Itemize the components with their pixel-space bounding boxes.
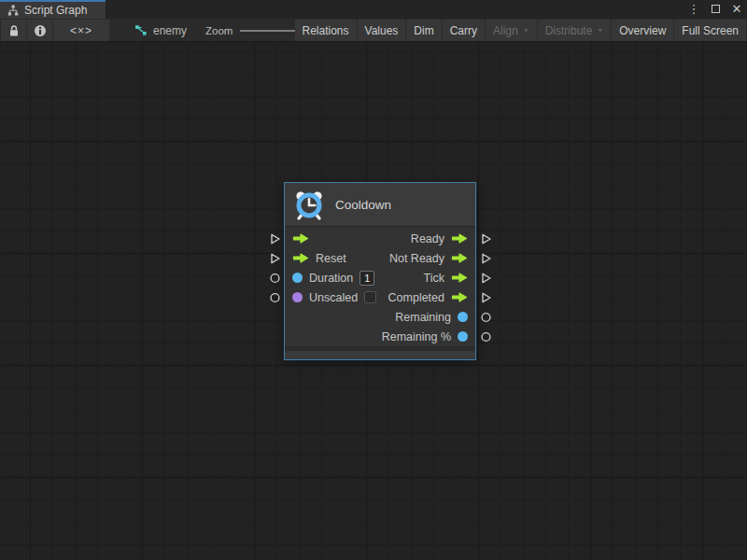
value-input-connector[interactable]: [269, 272, 281, 284]
port-label: Remaining %: [382, 330, 451, 343]
info-button[interactable]: [27, 20, 52, 41]
relations-button[interactable]: Relations: [295, 20, 357, 41]
values-label: Values: [365, 24, 399, 37]
fullscreen-button[interactable]: Full Screen: [674, 20, 746, 41]
flow-output-connector[interactable]: [480, 291, 492, 303]
cooldown-node-header[interactable]: Cooldown: [285, 183, 475, 227]
align-dropdown-button[interactable]: Align▼: [486, 20, 537, 41]
port-label: Duration: [309, 272, 353, 285]
flow-arrow-icon: [451, 233, 468, 244]
distribute-dropdown-button[interactable]: Distribute▼: [538, 20, 612, 41]
breadcrumb-enemy[interactable]: enemy: [129, 20, 192, 41]
breadcrumb-label: enemy: [153, 24, 187, 37]
flow-arrow-icon: [451, 253, 468, 263]
carry-button[interactable]: Carry: [443, 20, 485, 41]
carry-label: Carry: [450, 24, 477, 37]
maximize-box-icon: [712, 5, 720, 13]
flow-input-connector[interactable]: [269, 252, 281, 264]
value-input-connector[interactable]: [269, 291, 281, 303]
flow-arrow-icon: [451, 292, 468, 302]
graph-breadcrumb-icon: [134, 24, 148, 36]
port-tick[interactable]: Tick: [424, 272, 475, 285]
port-label: Not Ready: [389, 252, 444, 265]
window-controls: ⋮ ✕: [687, 0, 743, 19]
port-reset[interactable]: Reset: [285, 252, 346, 265]
flow-output-connector[interactable]: [480, 252, 492, 264]
graph-toolbar: <×> enemy Zoom 1x Relations Values Dim C…: [0, 19, 747, 42]
port-unscaled[interactable]: Unscaled: [285, 291, 376, 304]
value-port-dot-icon: [292, 273, 303, 283]
cooldown-node[interactable]: Cooldown Ready: [284, 182, 476, 360]
flow-input-connector[interactable]: [269, 232, 281, 245]
flow-arrow-icon: [292, 233, 309, 244]
flow-output-connector[interactable]: [480, 272, 492, 284]
chevron-down-icon: ▼: [597, 27, 603, 34]
toolbar-right-group: Relations Values Dim Carry Align▼ Distri…: [295, 20, 746, 41]
overview-label: Overview: [619, 24, 666, 37]
window-close-icon[interactable]: ✕: [730, 0, 743, 19]
duration-value-field[interactable]: 1: [359, 271, 374, 286]
fullscreen-label: Full Screen: [682, 24, 739, 37]
port-row: Remaining %: [285, 327, 475, 346]
graph-hierarchy-icon: [7, 5, 19, 16]
port-row: Duration 1 Tick: [285, 268, 475, 287]
dim-label: Dim: [414, 24, 433, 37]
value-port-dot-icon: [458, 331, 468, 342]
port-remaining-percent[interactable]: Remaining %: [382, 330, 475, 343]
unscaled-checkbox[interactable]: [364, 291, 376, 303]
relations-label: Relations: [303, 24, 349, 37]
align-label: Align: [493, 24, 518, 37]
window-menu-icon[interactable]: ⋮: [687, 0, 700, 19]
node-title: Cooldown: [335, 198, 391, 212]
value-port-dot-icon: [458, 312, 468, 322]
distribute-label: Distribute: [545, 24, 593, 37]
port-row: Remaining: [285, 307, 475, 327]
lock-button[interactable]: [1, 20, 26, 41]
port-duration[interactable]: Duration 1: [285, 271, 374, 286]
chevron-down-icon: ▼: [523, 27, 529, 34]
window-maximize-icon[interactable]: [709, 0, 722, 19]
port-label: Completed: [388, 291, 444, 304]
flow-output-connector[interactable]: [480, 232, 492, 245]
graph-canvas[interactable]: Cooldown Ready: [0, 42, 747, 560]
info-icon: [34, 24, 47, 37]
port-label: Ready: [411, 232, 444, 245]
port-not-ready[interactable]: Not Ready: [389, 252, 475, 265]
dim-button[interactable]: Dim: [406, 20, 441, 41]
value-output-connector[interactable]: [480, 311, 492, 323]
lock-icon: [8, 24, 20, 37]
alarm-clock-icon: [292, 188, 326, 221]
flow-arrow-icon: [451, 273, 468, 283]
port-label: Reset: [316, 252, 346, 265]
tab-script-graph[interactable]: Script Graph: [0, 0, 106, 19]
overview-button[interactable]: Overview: [612, 20, 673, 41]
port-label: Tick: [424, 272, 444, 285]
port-completed[interactable]: Completed: [388, 291, 475, 304]
value-port-dot-icon: [292, 292, 303, 302]
port-label: Remaining: [395, 311, 451, 324]
toolbar-left-group: <×>: [1, 20, 109, 41]
node-body: Ready Reset: [285, 227, 475, 346]
titlebar: Script Graph ⋮ ✕: [0, 0, 747, 19]
node-footer: [285, 351, 475, 359]
port-row: Reset Not Ready: [285, 248, 475, 268]
zoom-label: Zoom: [205, 25, 233, 36]
port-ready[interactable]: Ready: [411, 232, 475, 245]
port-row: Unscaled Completed: [285, 287, 475, 307]
code-view-button[interactable]: <×>: [53, 20, 109, 41]
port-enter[interactable]: [285, 233, 309, 244]
values-button[interactable]: Values: [358, 20, 406, 41]
tab-title: Script Graph: [24, 4, 87, 17]
script-graph-window: Script Graph ⋮ ✕ <×>: [0, 0, 747, 560]
port-label: Unscaled: [309, 291, 358, 304]
port-remaining[interactable]: Remaining: [395, 311, 475, 324]
value-output-connector[interactable]: [480, 330, 492, 343]
flow-arrow-icon: [292, 253, 309, 263]
port-row: Ready: [285, 229, 475, 248]
